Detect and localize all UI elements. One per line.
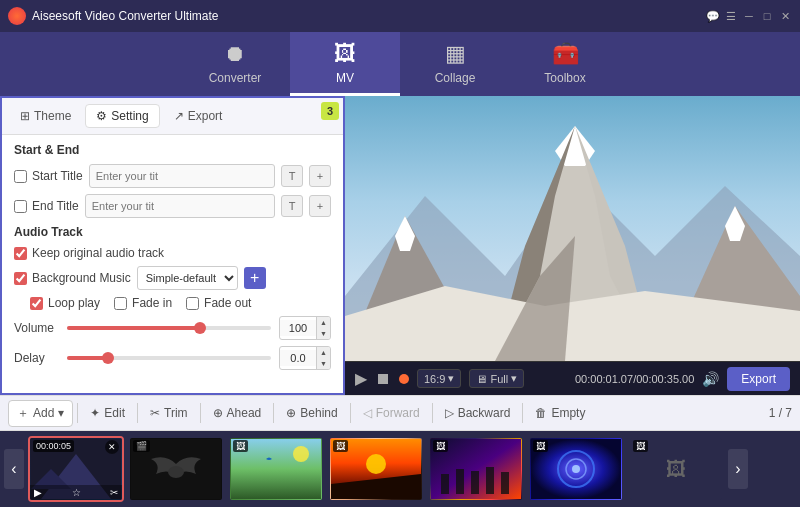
fade-out-checkbox[interactable] [186, 297, 199, 310]
mv-label: MV [336, 71, 354, 85]
film-item-3[interactable]: 🖼 [228, 436, 324, 502]
volume-thumb[interactable] [194, 322, 206, 334]
film-item-2[interactable]: 🎬 [128, 436, 224, 502]
delay-up-btn[interactable]: ▲ [316, 347, 330, 358]
film-cut-icon-1[interactable]: ✂ [110, 487, 118, 498]
delay-slider[interactable] [67, 356, 271, 360]
volume-num-input[interactable]: ▲ ▼ [279, 316, 331, 340]
forward-icon: ◁ [363, 406, 372, 420]
film-time-6: 🖼 [533, 440, 548, 452]
backward-icon: ▷ [445, 406, 454, 420]
edit-button[interactable]: ✦ Edit [82, 402, 133, 424]
delay-down-btn[interactable]: ▼ [316, 358, 330, 369]
film-overlay-2: 🎬 [130, 438, 222, 454]
film-item-6[interactable]: 🖼 [528, 436, 624, 502]
view-mode-label: Full [490, 373, 508, 385]
tab-theme[interactable]: ⊞ Theme [10, 105, 81, 127]
backward-label: Backward [458, 406, 511, 420]
panel-tabs: ⊞ Theme ⚙ Setting ↗ Export 3 [2, 98, 343, 135]
volume-down-btn[interactable]: ▼ [316, 328, 330, 339]
title-bar-controls[interactable]: 💬 ☰ ─ □ ✕ [706, 9, 792, 23]
behind-button[interactable]: ⊕ Behind [278, 402, 345, 424]
trim-button[interactable]: ✂ Trim [142, 402, 196, 424]
volume-icon[interactable]: 🔊 [702, 371, 719, 387]
minimize-btn[interactable]: ─ [742, 9, 756, 23]
aspect-ratio-chevron: ▾ [448, 372, 454, 385]
film-item-1[interactable]: 00:00:05 ✕ ▶ ☆ ✂ [28, 436, 124, 502]
play-btn[interactable]: ▶ [355, 369, 367, 388]
add-chevron-icon: ▾ [58, 406, 64, 420]
backward-button[interactable]: ▷ Backward [437, 402, 519, 424]
forward-button[interactable]: ◁ Forward [355, 402, 428, 424]
delay-value[interactable] [280, 350, 316, 366]
tab-setting[interactable]: ⚙ Setting [85, 104, 159, 128]
start-title-checkbox[interactable] [14, 170, 27, 183]
ahead-button[interactable]: ⊕ Ahead [205, 402, 270, 424]
delay-thumb[interactable] [102, 352, 114, 364]
trim-scissors-icon: ✂ [150, 406, 160, 420]
end-title-label: End Title [32, 199, 79, 213]
delay-num-input[interactable]: ▲ ▼ [279, 346, 331, 370]
nav-tab-toolbox[interactable]: 🧰 Toolbox [510, 32, 620, 96]
aspect-ratio-select[interactable]: 16:9 ▾ [417, 369, 461, 388]
behind-icon: ⊕ [286, 406, 296, 420]
end-title-add-btn[interactable]: + [309, 195, 331, 217]
film-item-4[interactable]: 🖼 [328, 436, 424, 502]
theme-grid-icon: ⊞ [20, 109, 30, 123]
bg-music-row: Background Music Simple-default + [2, 263, 343, 293]
end-title-font-btn[interactable]: T [281, 195, 303, 217]
fade-in-label[interactable]: Fade in [114, 296, 172, 310]
separator-4 [273, 403, 274, 423]
film-play-icon-1[interactable]: ▶ [34, 487, 42, 498]
filmstrip-next-btn[interactable]: › [728, 449, 748, 489]
close-btn[interactable]: ✕ [778, 9, 792, 23]
bg-music-add-btn[interactable]: + [244, 267, 266, 289]
start-title-label: Start Title [32, 169, 83, 183]
keep-original-row: Keep original audio track [2, 243, 343, 263]
keep-original-label[interactable]: Keep original audio track [14, 246, 164, 260]
end-title-checkbox[interactable] [14, 200, 27, 213]
volume-value[interactable] [280, 320, 316, 336]
start-title-checkbox-label[interactable]: Start Title [14, 169, 83, 183]
start-title-input[interactable] [89, 164, 275, 188]
volume-arrows: ▲ ▼ [316, 317, 330, 339]
fade-in-checkbox[interactable] [114, 297, 127, 310]
bg-music-checkbox[interactable] [14, 272, 27, 285]
film-item-7[interactable]: 🖼 🖼 [628, 436, 724, 502]
empty-trash-icon: 🗑 [535, 406, 547, 420]
loop-play-label[interactable]: Loop play [30, 296, 100, 310]
nav-tab-converter[interactable]: ⏺ Converter [180, 32, 290, 96]
badge-count: 3 [321, 102, 339, 120]
title-menu-btn[interactable]: ☰ [724, 9, 738, 23]
page-number: 1 / 7 [769, 406, 792, 420]
start-title-add-btn[interactable]: + [309, 165, 331, 187]
empty-button[interactable]: 🗑 Empty [527, 402, 593, 424]
loop-play-checkbox[interactable] [30, 297, 43, 310]
maximize-btn[interactable]: □ [760, 9, 774, 23]
stop-btn[interactable]: ⏹ [375, 370, 391, 388]
add-button[interactable]: ＋ Add ▾ [8, 400, 73, 427]
title-chat-btn[interactable]: 💬 [706, 9, 720, 23]
film-close-1[interactable]: ✕ [105, 440, 119, 454]
film-item-5[interactable]: 🖼 [428, 436, 524, 502]
tab-export[interactable]: ↗ Export [164, 105, 233, 127]
export-button[interactable]: Export [727, 367, 790, 391]
keep-original-checkbox[interactable] [14, 247, 27, 260]
nav-tab-collage[interactable]: ▦ Collage [400, 32, 510, 96]
volume-up-btn[interactable]: ▲ [316, 317, 330, 328]
filmstrip-prev-btn[interactable]: ‹ [4, 449, 24, 489]
view-mode-chevron: ▾ [511, 372, 517, 385]
bg-music-label[interactable]: Background Music [14, 271, 131, 285]
view-mode-select[interactable]: 🖥 Full ▾ [469, 369, 524, 388]
nav-tab-mv[interactable]: 🖼 MV [290, 32, 400, 96]
end-title-checkbox-label[interactable]: End Title [14, 199, 79, 213]
svg-rect-26 [486, 467, 494, 494]
end-title-input[interactable] [85, 194, 275, 218]
start-title-row: Start Title T + [2, 161, 343, 191]
volume-slider[interactable] [67, 326, 271, 330]
film-star-icon-1[interactable]: ☆ [72, 487, 81, 498]
fade-out-label[interactable]: Fade out [186, 296, 251, 310]
start-title-font-btn[interactable]: T [281, 165, 303, 187]
bg-music-select[interactable]: Simple-default [137, 266, 238, 290]
separator-3 [200, 403, 201, 423]
